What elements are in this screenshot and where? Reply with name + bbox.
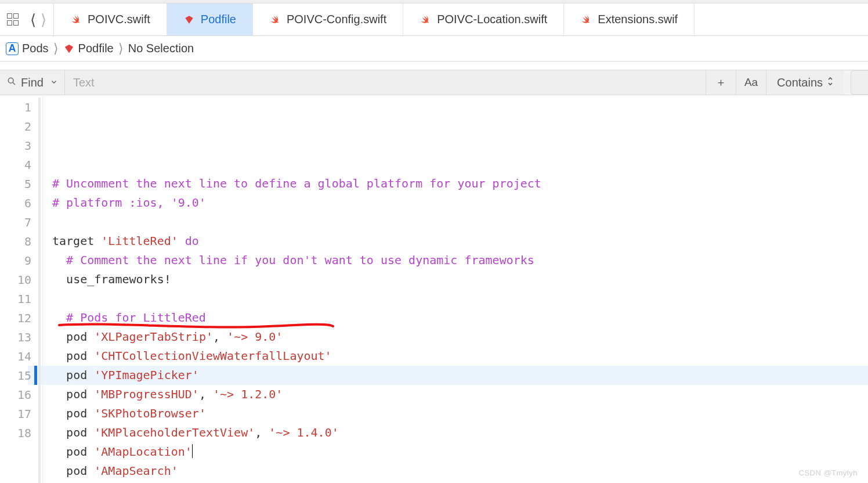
- breadcrumb-file[interactable]: Podfile: [78, 42, 114, 55]
- chevron-updown-icon: [827, 76, 833, 89]
- editor-tab[interactable]: POIVC-Location.swift: [403, 3, 564, 35]
- code-line[interactable]: use_frameworks!: [52, 270, 868, 289]
- find-mode-label: Find: [21, 76, 44, 89]
- line-number: 10: [0, 270, 37, 289]
- editor-tab[interactable]: Podfile: [167, 3, 253, 35]
- find-match-mode-label: Contains: [777, 76, 823, 89]
- line-number: 1: [0, 98, 37, 117]
- editor-tab[interactable]: POIVC.swift: [54, 3, 167, 35]
- nav-arrows: ⟨ ⟩: [26, 12, 46, 27]
- editor-tab-label: Extensions.swif: [598, 13, 678, 26]
- find-input[interactable]: [65, 70, 706, 95]
- code-line[interactable]: [52, 289, 868, 308]
- swift-icon: [580, 14, 592, 26]
- editor-tabs: POIVC.swiftPodfilePOIVC-Config.swiftPOIV…: [54, 3, 868, 35]
- line-number: 14: [0, 347, 37, 366]
- line-number: 11: [0, 289, 37, 308]
- line-number: 2: [0, 117, 37, 136]
- line-number: 3: [0, 136, 37, 155]
- line-number: 12: [0, 308, 37, 327]
- breadcrumb-sep: ⟩: [52, 41, 60, 56]
- line-number: 4: [0, 155, 37, 174]
- editor-tab-label: POIVC.swift: [88, 13, 150, 26]
- line-number: 16: [0, 385, 37, 404]
- svg-point-0: [8, 78, 13, 83]
- editor-tab[interactable]: Extensions.swif: [564, 3, 695, 35]
- svg-line-1: [13, 82, 15, 85]
- code-line[interactable]: pod 'YPImagePicker': [52, 366, 868, 385]
- text-cursor: [192, 444, 193, 458]
- line-number-gutter: 123456789101112131415161718: [0, 95, 37, 483]
- find-add-button[interactable]: ＋: [706, 70, 736, 95]
- breadcrumb-root[interactable]: Pods: [22, 42, 49, 55]
- related-items-icon[interactable]: [7, 13, 20, 26]
- swift-icon: [269, 14, 281, 26]
- code-line[interactable]: [52, 212, 868, 232]
- code-line[interactable]: pod 'CHTCollectionViewWaterfallLayout': [52, 347, 868, 366]
- line-number: 8: [0, 232, 37, 251]
- code-line[interactable]: # Pods for LittleRed: [52, 308, 868, 327]
- find-case-button[interactable]: Aa: [736, 70, 766, 95]
- find-done-button[interactable]: [851, 70, 868, 95]
- code-line[interactable]: end: [52, 481, 868, 483]
- line-number: 7: [0, 212, 37, 232]
- code-line[interactable]: pod 'AMapSearch': [52, 462, 868, 481]
- nav-forward-button[interactable]: ⟩: [41, 12, 46, 27]
- line-number: 5: [0, 174, 37, 193]
- code-area[interactable]: # Uncomment the next line to define a gl…: [43, 95, 868, 483]
- line-number: 9: [0, 251, 37, 270]
- line-number: 6: [0, 193, 37, 212]
- line-number: 18: [0, 423, 37, 442]
- swift-icon: [70, 14, 82, 26]
- ruby-icon: [183, 14, 195, 26]
- find-mode-selector[interactable]: Find: [0, 70, 65, 95]
- code-line[interactable]: pod 'KMPlaceholderTextView', '~> 1.4.0': [52, 423, 868, 442]
- breadcrumb-sep: ⟩: [117, 41, 125, 56]
- editor-tab-label: Podfile: [201, 13, 236, 26]
- breadcrumb-selection[interactable]: No Selection: [128, 42, 194, 55]
- code-line[interactable]: pod 'AMapLocation': [52, 442, 868, 462]
- line-number: 15: [0, 366, 37, 385]
- line-number: 13: [0, 327, 37, 347]
- tab-bar-left-controls: ⟨ ⟩: [0, 3, 54, 35]
- watermark: CSDN @Tmylyh: [798, 468, 858, 477]
- nav-back-button[interactable]: ⟨: [30, 12, 36, 27]
- find-match-mode[interactable]: Contains: [766, 70, 844, 95]
- find-controls: ＋ Aa Contains: [706, 70, 844, 95]
- code-line[interactable]: # Comment the next line if you don't wan…: [52, 251, 868, 270]
- code-line[interactable]: # platform :ios, '9.0': [52, 193, 868, 212]
- code-editor[interactable]: 123456789101112131415161718 # Uncomment …: [0, 95, 868, 483]
- line-number: 17: [0, 404, 37, 423]
- editor-tab-label: POIVC-Location.swift: [437, 13, 547, 26]
- code-line[interactable]: # Uncomment the next line to define a gl…: [52, 174, 868, 193]
- project-icon: A: [6, 42, 19, 55]
- code-line[interactable]: pod 'XLPagerTabStrip', '~> 9.0': [52, 327, 868, 347]
- ruby-icon: [63, 43, 75, 55]
- find-bar: Find ＋ Aa Contains: [0, 70, 868, 95]
- code-line[interactable]: pod 'SKPhotoBrowser': [52, 404, 868, 423]
- current-line-indicator: [34, 366, 37, 385]
- code-line[interactable]: pod 'MBProgressHUD', '~> 1.2.0': [52, 385, 868, 404]
- tab-bar: ⟨ ⟩ POIVC.swiftPodfilePOIVC-Config.swift…: [0, 3, 868, 36]
- gutter-fold-bar: [37, 95, 43, 483]
- search-icon: [7, 77, 16, 89]
- editor-tab-label: POIVC-Config.swift: [287, 13, 386, 26]
- breadcrumb: A Pods ⟩ Podfile ⟩ No Selection: [0, 36, 868, 62]
- swift-icon: [419, 14, 431, 26]
- chevron-down-icon: [48, 78, 57, 87]
- editor-tab[interactable]: POIVC-Config.swift: [253, 3, 403, 35]
- code-line[interactable]: target 'LittleRed' do: [52, 232, 868, 251]
